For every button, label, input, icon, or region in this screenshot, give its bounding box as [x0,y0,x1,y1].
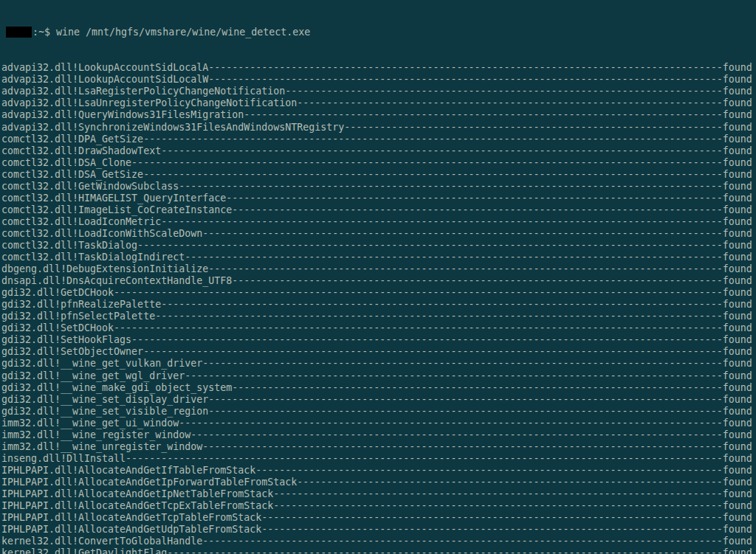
output-line: imm32.dll!__wine_register_window--------… [1,429,756,441]
prompt-suffix: :~$ [32,27,56,38]
output-line: comctl32.dll!HIMAGELIST_QueryInterface--… [1,193,756,204]
command-text: wine /mnt/hgfs/vmshare/wine/wine_detect.… [56,27,310,38]
output-line: kernel32.dll!ConvertToGlobalHandle------… [1,536,756,547]
output-line: comctl32.dll!ImageList_CoCreateInstance-… [1,204,756,216]
output-line: gdi32.dll!pfnRealizePalette-------------… [1,299,756,311]
output-line: gdi32.dll!SetDCHook---------------------… [1,322,756,334]
output-line: gdi32.dll!SetObjectOwner----------------… [1,346,756,358]
output-line: gdi32.dll!__wine_get_wgl_driver---------… [1,370,756,382]
output-line: advapi32.dll!SynchronizeWindows31FilesAn… [1,122,756,134]
command-output: advapi32.dll!LookupAccountSidLocalA-----… [1,62,756,554]
output-line: advapi32.dll!LookupAccountSidLocalW-----… [1,74,756,86]
output-line: comctl32.dll!DrawShadowText-------------… [1,145,756,157]
output-line: comctl32.dll!LoadIconMetric-------------… [1,216,756,228]
redacted-username [6,27,32,38]
output-line: IPHLPAPI.dll!AllocateAndGetIpForwardTabl… [1,477,756,488]
output-line: IPHLPAPI.dll!AllocateAndGetIfTableFromSt… [1,465,756,477]
output-line: gdi32.dll!__wine_make_gdi_object_system-… [1,382,756,394]
output-line: gdi32.dll!__wine_set_visible_region-----… [1,406,756,418]
output-line: kernel32.dll!GetDaylightFlag------------… [1,547,756,554]
output-line: comctl32.dll!GetWindowSubclass----------… [1,181,756,193]
output-line: gdi32.dll!SetHookFlags------------------… [1,334,756,346]
shell-prompt-line: :~$ wine /mnt/hgfs/vmshare/wine/wine_det… [1,27,756,38]
terminal-window[interactable]: :~$ wine /mnt/hgfs/vmshare/wine/wine_det… [0,0,756,554]
output-line: advapi32.dll!QueryWindows31FilesMigratio… [1,109,756,121]
output-line: advapi32.dll!LsaRegisterPolicyChangeNoti… [1,86,756,97]
output-line: comctl32.dll!LoadIconWithScaleDown------… [1,228,756,240]
output-line: dnsapi.dll!DnsAcquireContextHandle_UTF8-… [1,275,756,287]
output-line: comctl32.dll!TaskDialogIndirect---------… [1,252,756,263]
output-line: inseng.dll!DllInstall-------------------… [1,453,756,465]
output-line: gdi32.dll!pfnSelectPalette--------------… [1,311,756,322]
output-line: IPHLPAPI.dll!AllocateAndGetIpNetTableFro… [1,488,756,500]
output-line: comctl32.dll!DSA_GetSize----------------… [1,169,756,181]
output-line: IPHLPAPI.dll!AllocateAndGetTcpExTableFro… [1,500,756,512]
output-line: dbgeng.dll!DebugExtensionInitialize-----… [1,263,756,275]
output-line: IPHLPAPI.dll!AllocateAndGetUdpTableFromS… [1,524,756,536]
output-line: IPHLPAPI.dll!AllocateAndGetTcpTableFromS… [1,512,756,524]
output-line: comctl32.dll!TaskDialog-----------------… [1,240,756,252]
output-line: comctl32.dll!DPA_GetSize----------------… [1,134,756,145]
output-line: gdi32.dll!__wine_get_vulkan_driver------… [1,358,756,370]
output-line: gdi32.dll!GetDCHook---------------------… [1,287,756,299]
output-line: imm32.dll!__wine_unregister_window------… [1,441,756,453]
output-line: imm32.dll!__wine_get_ui_window----------… [1,418,756,429]
output-line: comctl32.dll!DSA_Clone------------------… [1,157,756,169]
output-line: advapi32.dll!LsaUnregisterPolicyChangeNo… [1,97,756,109]
output-line: advapi32.dll!LookupAccountSidLocalA-----… [1,62,756,74]
output-line: gdi32.dll!__wine_set_display_driver-----… [1,394,756,406]
